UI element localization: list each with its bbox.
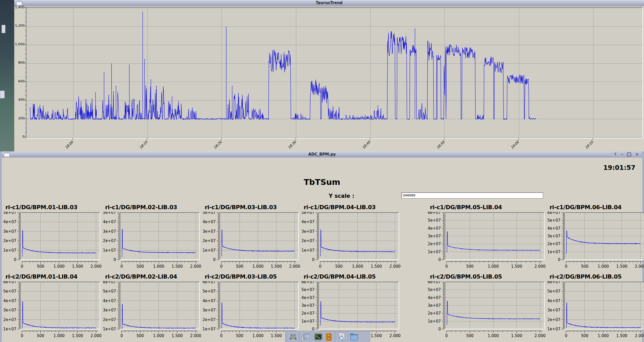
bpm-plot-title: ri-c1/DG/BPM.05-LIB.04 [426, 204, 546, 212]
taurustrend-window: TaurusTrend 1,4001,2001,0008006004002000… [14, 0, 644, 151]
svg-text:3e+07: 3e+07 [547, 234, 560, 238]
svg-text:3e+07: 3e+07 [103, 229, 116, 234]
svg-text:1.000: 1.000 [488, 264, 499, 268]
window-menu-icon[interactable] [4, 152, 10, 157]
bpm-plot[interactable]: 1e+072e+073e+074e+075e+076e+0705001.0001… [2, 281, 101, 337]
svg-text:2e+07: 2e+07 [203, 317, 216, 322]
svg-text:2e+07: 2e+07 [3, 317, 16, 322]
svg-text:2.000: 2.000 [190, 264, 201, 268]
taskbar-separator [312, 332, 312, 341]
adc-bpm-titlebar[interactable]: ADC_BPM.py ↑ – × [2, 151, 642, 157]
svg-text:2.000: 2.000 [91, 264, 101, 268]
svg-text:500: 500 [37, 333, 44, 337]
bpm-plots-row-1: ri-c1/DG/BPM.01-LIB.0301e+072e+073e+074e… [2, 204, 644, 269]
svg-text:500: 500 [236, 333, 243, 337]
svg-text:500: 500 [37, 264, 44, 268]
show-desktop-icon[interactable] [288, 332, 298, 342]
svg-text:0: 0 [120, 333, 123, 337]
bpm-plot[interactable]: 1e+072e+073e+074e+075e+076e+0705001.0001… [201, 281, 300, 337]
svg-text:0: 0 [319, 264, 321, 268]
svg-text:5e+07: 5e+07 [302, 212, 314, 215]
svg-text:3e+07: 3e+07 [203, 308, 216, 312]
bpm-plot[interactable]: 01e+072e+073e+074e+075e+0705001.0001.500… [201, 212, 300, 268]
svg-text:4e+07: 4e+07 [547, 226, 560, 231]
bpm-plots-row-2: ri-c2/DG/BPM.01-LIB.041e+072e+073e+074e+… [2, 273, 644, 338]
taskbar-separator [348, 332, 348, 341]
svg-text:0: 0 [213, 257, 216, 262]
svg-text:6e+07: 6e+07 [302, 281, 314, 284]
svg-text:4e+07: 4e+07 [103, 220, 116, 224]
svg-text:3e+07: 3e+07 [302, 229, 314, 234]
svg-text:5e+07: 5e+07 [203, 212, 216, 215]
bpm-plot[interactable]: 1e+072e+073e+074e+075e+076e+0705001.0001… [101, 281, 201, 337]
screenshot-tool-icon[interactable] [301, 332, 311, 342]
svg-text:1.000: 1.000 [598, 333, 609, 337]
bpm-plot[interactable]: 01e+072e+073e+074e+075e+0705001.0001.500… [300, 212, 400, 268]
svg-text:1.000: 1.000 [352, 264, 363, 268]
bpm-plot-cell: ri-c2/DG/BPM.06-LIB.051e+072e+073e+074e+… [546, 273, 644, 338]
svg-text:1e+07: 1e+07 [302, 319, 314, 324]
svg-text:3e+07: 3e+07 [547, 308, 560, 312]
svg-text:6e+07: 6e+07 [428, 212, 441, 215]
svg-text:0: 0 [558, 257, 560, 262]
bpm-plot[interactable]: 01e+072e+073e+074e+075e+0705001.0001.500… [2, 212, 101, 268]
svg-text:0: 0 [445, 264, 448, 268]
svg-text:2.000: 2.000 [535, 333, 546, 337]
maximize-button[interactable] [627, 152, 631, 156]
svg-text:4e+07: 4e+07 [203, 299, 216, 303]
bpm-plot-cell: ri-c2/DG/BPM.05-LIB.0501e+072e+073e+074e… [400, 273, 546, 338]
svg-text:2e+07: 2e+07 [3, 238, 16, 243]
svg-text:2.000: 2.000 [635, 333, 644, 337]
svg-text:1e+07: 1e+07 [547, 327, 560, 331]
window-menu-icon[interactable] [16, 1, 22, 5]
trend-plot-canvas[interactable] [26, 7, 643, 139]
yscale-input[interactable] [401, 192, 543, 199]
svg-text:3e+07: 3e+07 [3, 308, 16, 312]
svg-text:5e+07: 5e+07 [428, 287, 441, 292]
close-button[interactable]: × [635, 152, 639, 157]
bpm-plot[interactable]: 01e+072e+073e+074e+075e+076e+0705001.000… [426, 281, 546, 337]
bpm-plot-title: ri-c1/DG/BPM.06-LIB.04 [546, 204, 644, 212]
bpm-plot[interactable]: 01e+072e+073e+074e+075e+076e+0705001.000… [426, 212, 546, 268]
svg-text:500: 500 [581, 333, 588, 337]
svg-text:5e+07: 5e+07 [428, 218, 441, 223]
shade-button[interactable]: ↑ [614, 152, 617, 157]
svg-text:500: 500 [335, 264, 343, 268]
svg-text:1.500: 1.500 [72, 264, 83, 268]
bpm-plot-title: ri-c2/DG/BPM.05-LIB.05 [426, 273, 546, 281]
file-manager-icon[interactable] [349, 332, 359, 342]
svg-text:2.000: 2.000 [289, 264, 300, 268]
svg-text:2e+07: 2e+07 [203, 238, 216, 243]
svg-text:4e+07: 4e+07 [302, 220, 314, 224]
svg-text:1e+07: 1e+07 [203, 248, 216, 253]
taurustrend-titlebar[interactable]: TaurusTrend [14, 0, 644, 6]
svg-text:1.500: 1.500 [511, 333, 522, 337]
svg-text:1.500: 1.500 [271, 333, 282, 337]
bpm-plot[interactable]: 01e+072e+073e+074e+075e+0705001.0001.500… [101, 212, 201, 268]
svg-text:0: 0 [438, 257, 441, 262]
bpm-plot-cell: ri-c2/DG/BPM.04-LIB.0501e+072e+073e+074e… [300, 273, 400, 338]
svg-text:2e+07: 2e+07 [302, 311, 314, 316]
adc-bpm-window-title: ADC_BPM.py [2, 152, 642, 157]
svg-text:1.500: 1.500 [371, 264, 382, 268]
svg-text:2.000: 2.000 [535, 264, 546, 268]
file-archive-icon[interactable] [324, 332, 334, 342]
document-viewer-icon[interactable] [336, 332, 347, 342]
minimize-button[interactable]: – [621, 152, 623, 157]
svg-text:2e+07: 2e+07 [428, 311, 441, 316]
svg-text:0: 0 [220, 333, 223, 337]
bpm-plot-cell: ri-c1/DG/BPM.02-LIB.0301e+072e+073e+074e… [101, 204, 201, 269]
bpm-plot-title: ri-c2/DG/BPM.02-LIB.04 [101, 273, 201, 281]
svg-text:5e+07: 5e+07 [547, 289, 560, 294]
svg-text:4e+07: 4e+07 [302, 295, 314, 300]
taskbar-separator [299, 332, 299, 341]
svg-text:0: 0 [120, 264, 123, 268]
bpm-plot[interactable]: 1e+072e+073e+074e+075e+076e+0705001.0001… [546, 281, 644, 337]
bpm-plot[interactable]: 01e+072e+073e+074e+075e+076e+0705001.000… [300, 281, 400, 337]
bpm-plot[interactable]: 01e+072e+073e+074e+075e+076e+0705001.000… [546, 212, 644, 268]
svg-text:2.000: 2.000 [390, 264, 400, 268]
adc-bpm-window: ADC_BPM.py ↑ – × 19:01:57 TbTSum Y scale… [0, 151, 644, 342]
svg-text:2e+07: 2e+07 [103, 317, 116, 322]
terminal-icon[interactable] [313, 332, 324, 342]
svg-text:2e+07: 2e+07 [547, 242, 560, 246]
